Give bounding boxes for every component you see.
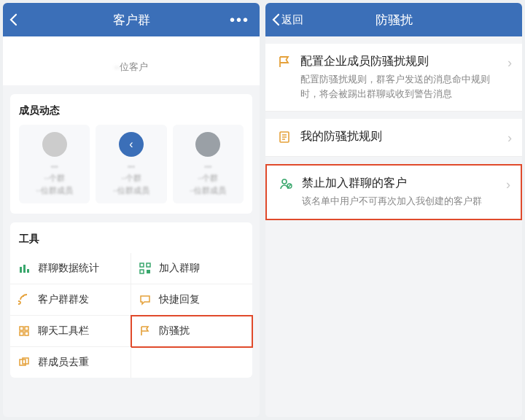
- tools-title: 工具: [10, 233, 252, 246]
- chevron-right-icon: ›: [508, 55, 512, 71]
- member-meta: ··位群成员: [177, 185, 239, 196]
- member-name: ···: [23, 161, 85, 171]
- grid-icon: [16, 325, 32, 337]
- member-meta: ··个群: [177, 173, 239, 184]
- svg-line-19: [288, 184, 291, 187]
- tool-label: 群成员去重: [38, 356, 89, 369]
- member-name: ···: [100, 161, 162, 171]
- avatar: [42, 132, 67, 157]
- setting-title: 配置企业成员防骚扰规则: [300, 54, 503, 69]
- more-button[interactable]: •••: [230, 12, 249, 28]
- svg-rect-6: [147, 270, 150, 273]
- svg-rect-9: [20, 332, 23, 335]
- svg-rect-5: [140, 270, 144, 273]
- phone-left: 客户群 ••• ··位客户 成员动态 ··· ··个群 ··位群成员 ‹ ··: [3, 3, 260, 417]
- back-button-right[interactable]: 返回: [271, 13, 303, 27]
- flag-icon: [137, 325, 153, 337]
- members-title: 成员动态: [19, 104, 244, 117]
- chevron-left-icon: [9, 13, 18, 26]
- tool-quick-reply[interactable]: 快捷回复: [131, 284, 252, 316]
- tools-card: 工具 群聊数据统计 加入群聊 客户群群发 快捷回复: [10, 222, 252, 378]
- setting-cfg-rules[interactable]: 配置企业成员防骚扰规则 配置防骚扰规则，群客户发送的消息命中规则时，将会被踢出群…: [265, 44, 522, 112]
- phone-right: 返回 防骚扰 配置企业成员防骚扰规则 配置防骚扰规则，群客户发送的消息命中规则时…: [265, 3, 522, 417]
- chevron-right-icon: ›: [508, 131, 512, 146]
- svg-rect-7: [20, 327, 23, 330]
- group-info-card: ··位客户: [3, 36, 260, 85]
- member-meta: ··个群: [23, 173, 85, 184]
- header-right: 返回 防骚扰: [265, 3, 522, 36]
- back-label: 返回: [281, 13, 303, 27]
- avatar: [195, 132, 220, 157]
- chevron-left-icon: [271, 13, 280, 26]
- setting-desc: 该名单中用户不可再次加入我创建的客户群: [302, 194, 502, 209]
- broadcast-icon: [16, 294, 32, 306]
- svg-rect-8: [25, 327, 28, 330]
- member-meta: ··位群成员: [100, 185, 162, 196]
- tool-label: 快捷回复: [159, 293, 200, 306]
- avatar: ‹: [119, 132, 144, 157]
- tool-dedupe[interactable]: 群成员去重: [10, 347, 131, 378]
- chat-icon: [137, 294, 153, 306]
- setting-my-rules[interactable]: 我的防骚扰规则 ›: [265, 119, 522, 157]
- tool-toolbar[interactable]: 聊天工具栏: [10, 316, 131, 347]
- svg-rect-3: [140, 263, 144, 267]
- chevron-right-icon: ›: [506, 177, 510, 192]
- svg-rect-1: [23, 265, 26, 273]
- member-item[interactable]: ‹ ··· ··个群 ··位群成员: [96, 125, 166, 203]
- header-title-left: 客户群: [113, 12, 150, 28]
- setting-blocked[interactable]: 禁止加入群聊的客户 该名单中用户不可再次加入我创建的客户群 ›: [265, 164, 522, 220]
- tool-join[interactable]: 加入群聊: [131, 253, 252, 284]
- member-meta: ··位群成员: [23, 185, 85, 196]
- tool-label: 客户群群发: [38, 293, 89, 306]
- chart-icon: [16, 262, 32, 274]
- user-block-icon: [277, 177, 295, 190]
- group-name: [12, 44, 251, 58]
- svg-rect-4: [147, 263, 150, 267]
- members-card: 成员动态 ··· ··个群 ··位群成员 ‹ ··· ··个群 ··位群成员 ·…: [10, 94, 252, 214]
- svg-rect-10: [25, 332, 28, 335]
- tool-anti-harass[interactable]: 防骚扰: [131, 316, 252, 347]
- flag-icon: [276, 55, 293, 69]
- group-customer-count: ··位客户: [12, 61, 251, 74]
- setting-title: 我的防骚扰规则: [300, 129, 503, 144]
- svg-rect-2: [27, 269, 29, 273]
- qr-icon: [137, 262, 153, 274]
- svg-point-17: [282, 179, 287, 184]
- header-left: 客户群 •••: [3, 3, 260, 36]
- tool-label: 群聊数据统计: [38, 262, 99, 275]
- list-icon: [276, 131, 293, 144]
- tools-grid: 群聊数据统计 加入群聊 客户群群发 快捷回复 聊天工具栏: [10, 253, 252, 378]
- tool-label: 聊天工具栏: [38, 324, 89, 338]
- svg-rect-0: [20, 267, 22, 273]
- member-meta: ··个群: [100, 173, 162, 184]
- tool-empty: [131, 347, 252, 378]
- dedupe-icon: [16, 357, 32, 368]
- tool-label: 加入群聊: [159, 262, 200, 275]
- setting-desc: 配置防骚扰规则，群客户发送的消息命中规则时，将会被踢出群聊或收到警告消息: [300, 72, 503, 101]
- tool-label: 防骚扰: [159, 324, 190, 338]
- tool-broadcast[interactable]: 客户群群发: [10, 284, 131, 316]
- tool-stats[interactable]: 群聊数据统计: [10, 253, 131, 284]
- member-name: ···: [177, 161, 239, 171]
- header-title-right: 防骚扰: [376, 12, 413, 28]
- setting-title: 禁止加入群聊的客户: [302, 176, 502, 191]
- back-button-left[interactable]: [9, 13, 19, 26]
- member-item[interactable]: ··· ··个群 ··位群成员: [173, 125, 244, 203]
- member-item[interactable]: ··· ··个群 ··位群成员: [19, 125, 90, 203]
